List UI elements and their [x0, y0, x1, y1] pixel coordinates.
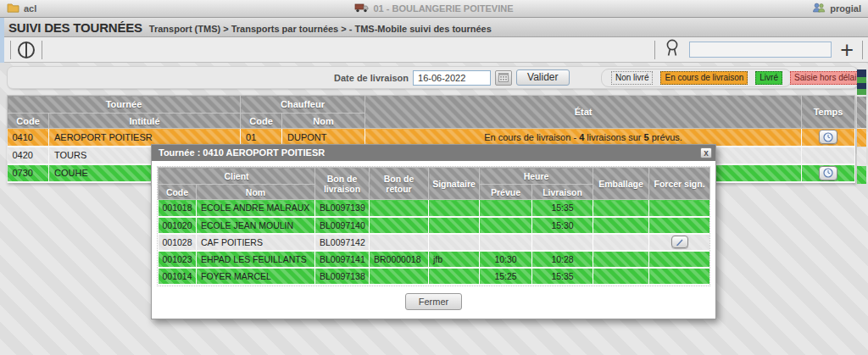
delivery-note: BL0097139	[315, 200, 370, 217]
client-name: ECOLE JEAN MOULIN	[197, 217, 315, 234]
column-header-client-code: Code	[159, 185, 197, 200]
column-header-code: Code	[8, 114, 49, 129]
legend-not-delivered: Non livré	[611, 71, 653, 85]
viewport-cutoff-strip	[857, 97, 866, 128]
force-sign-cell	[649, 268, 710, 285]
column-header-nom: Nom	[282, 114, 365, 129]
client-code: 001014	[159, 268, 197, 285]
return-note	[370, 217, 429, 234]
legend-late-entry: Saisie hors délai	[790, 71, 860, 85]
delivery-row: 001014 FOYER MARCEL BL0097138 15:25 15:3…	[159, 268, 710, 285]
tour-code: 0420	[8, 147, 49, 164]
status-legend: Non livré En cours de livraison Livré Sa…	[601, 69, 792, 87]
return-note	[370, 200, 429, 217]
folder-icon	[7, 3, 19, 14]
calendar-icon[interactable]	[495, 70, 512, 86]
column-header-etat: État	[365, 96, 802, 129]
divider	[654, 41, 655, 59]
tour-code: 0410	[8, 129, 49, 147]
client-name: EHPAD LES FEUILLANTS	[197, 251, 315, 268]
viewport-cutoff-strip	[857, 147, 866, 165]
client-code: 001020	[159, 217, 197, 234]
search-icon	[664, 38, 681, 61]
column-header-livraison: Livraison	[532, 185, 593, 200]
delivery-time: 10:28	[532, 251, 593, 268]
close-icon[interactable]: x	[700, 147, 712, 158]
tour-detail-dialog: Tournée : 0410 AEROPORT POITIESR x Clien…	[151, 144, 716, 319]
toolbar: +	[0, 37, 868, 63]
packaging	[593, 251, 649, 268]
page-title: SUIVI DES TOURNÉES	[8, 20, 142, 35]
legend-in-progress: En cours de livraison	[660, 71, 748, 85]
return-note	[370, 268, 429, 285]
client-name: FOYER MARCEL	[197, 268, 315, 285]
delivery-row: 001018 ECOLE ANDRE MALRAUX BL0097139 15:…	[159, 200, 710, 217]
column-header-br: Bon de retour	[370, 168, 429, 200]
column-header-chauffeur-code: Code	[241, 114, 282, 129]
column-group-chauffeur: Chauffeur	[241, 96, 365, 114]
company-label: 01 - BOULANGERIE POITEVINE	[373, 3, 513, 14]
tour-temps-cell	[802, 164, 855, 182]
divider	[10, 41, 11, 59]
title-bar: SUIVI DES TOURNÉES Transport (TMS) > Tra…	[0, 18, 868, 37]
column-header-temps: Temps	[802, 96, 855, 129]
legend-delivered: Livré	[755, 71, 782, 85]
divider	[42, 41, 42, 59]
force-sign-cell	[649, 251, 710, 268]
power-icon[interactable]	[16, 40, 36, 60]
delivery-time: 15:30	[532, 217, 593, 234]
delivery-date-input[interactable]	[413, 70, 491, 86]
force-sign-cell	[649, 234, 710, 251]
dialog-title: Tournée : 0410 AEROPORT POITIESR	[159, 147, 325, 158]
top-bar: acl 01 - BOULANGERIE POITEVINE progial	[0, 0, 868, 18]
delivery-time: 15:35	[532, 200, 593, 217]
delivery-row: 001028 CAF POITIERS BL0097142	[159, 234, 710, 251]
delivery-note: BL0097140	[315, 217, 370, 234]
signatory: jfb	[429, 251, 480, 268]
delivery-row: 001023 EHPAD LES FEUILLANTS BL0097141 BR…	[159, 251, 710, 268]
clock-icon[interactable]	[819, 166, 837, 180]
users-icon	[812, 3, 826, 14]
column-header-forcer: Forcer sign.	[649, 168, 710, 200]
viewport-cutoff-strip	[857, 166, 866, 184]
client-name: CAF POITIERS	[197, 234, 315, 251]
packaging	[593, 234, 649, 251]
signatory	[429, 268, 480, 285]
deliveries-table: Client Bon de livraison Bon de retour Si…	[158, 167, 710, 286]
close-dialog-button[interactable]: Fermer	[405, 293, 462, 310]
return-note	[370, 234, 429, 251]
planned-time: 15:25	[480, 268, 532, 285]
add-icon[interactable]: +	[837, 42, 857, 58]
column-group-tournee: Tournée	[8, 96, 241, 114]
validate-button[interactable]: Valider	[516, 69, 569, 86]
delivery-note: BL0097142	[315, 234, 370, 251]
planned-time	[480, 234, 532, 251]
force-sign-cell	[649, 217, 710, 234]
packaging	[593, 200, 649, 217]
column-header-prevue: Prévue	[480, 185, 532, 200]
tour-code: 0730	[8, 164, 49, 182]
dialog-title-bar: Tournée : 0410 AEROPORT POITIESR x	[152, 145, 715, 161]
force-signature-pen-icon[interactable]	[671, 236, 688, 248]
clock-icon[interactable]	[819, 130, 837, 144]
search-input[interactable]	[689, 42, 832, 58]
divider	[862, 41, 863, 59]
planned-time	[480, 217, 532, 234]
date-label: Date de livraison	[334, 73, 409, 83]
client-code: 001023	[159, 251, 197, 268]
column-header-emballage: Emballage	[593, 168, 649, 200]
delivery-row: 001020 ECOLE JEAN MOULIN BL0097140 15:30	[159, 217, 710, 234]
packaging	[593, 217, 649, 234]
client-code: 001028	[159, 234, 197, 251]
tour-temps-cell	[802, 129, 855, 147]
viewport-cutoff-strip	[857, 69, 866, 95]
breadcrumb: Transport (TMS) > Transports par tournée…	[149, 21, 492, 34]
delivery-note: BL0097138	[315, 268, 370, 285]
packaging	[593, 268, 649, 285]
force-sign-cell	[649, 200, 710, 217]
left-accent-edge	[0, 18, 4, 63]
delivery-time	[532, 234, 593, 251]
signatory	[429, 234, 480, 251]
return-note: BR0000018	[370, 251, 429, 268]
client-name: ECOLE ANDRE MALRAUX	[197, 200, 315, 217]
